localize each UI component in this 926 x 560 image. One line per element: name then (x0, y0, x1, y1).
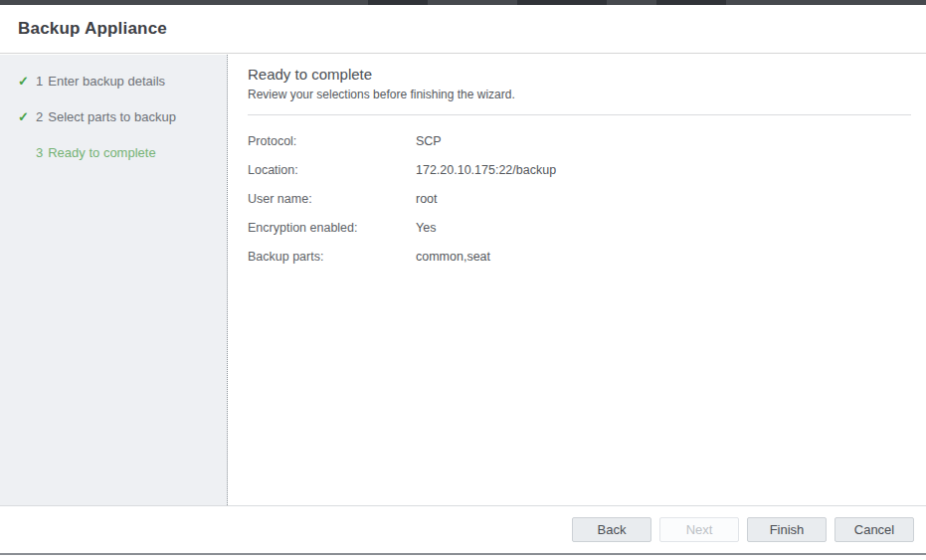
field-label: User name: (248, 192, 416, 206)
cancel-button[interactable]: Cancel (834, 517, 914, 542)
wizard-steps-sidebar: ✓ 1 Enter backup details ✓ 2 Select part… (0, 55, 228, 505)
finish-button[interactable]: Finish (747, 517, 827, 542)
summary-pane: Ready to complete Review your selections… (229, 55, 926, 505)
step-enter-backup-details[interactable]: ✓ 1 Enter backup details (0, 63, 227, 98)
back-button[interactable]: Back (572, 517, 651, 542)
step-label: Select parts to backup (48, 109, 176, 124)
summary-fields: Protocol: SCP Location: 172.20.10.175:22… (248, 126, 911, 271)
wizard-title: Backup Appliance (18, 19, 167, 39)
field-value: root (416, 192, 438, 206)
step-label: Enter backup details (48, 74, 165, 89)
window-bottom-edge (0, 553, 926, 555)
field-label: Protocol: (248, 134, 416, 148)
page-title: Ready to complete (248, 66, 911, 83)
summary-row-protocol: Protocol: SCP (248, 126, 911, 155)
field-value: 172.20.10.175:22/backup (416, 163, 556, 177)
wizard-footer: Back Next Finish Cancel (0, 505, 926, 553)
wizard-body: ✓ 1 Enter backup details ✓ 2 Select part… (0, 55, 926, 505)
check-icon: ✓ (18, 109, 36, 124)
summary-row-encryption-enabled: Encryption enabled: Yes (248, 213, 911, 242)
header-divider (248, 114, 911, 115)
wizard-titlebar: Backup Appliance (0, 5, 926, 54)
step-number: 2 (36, 109, 43, 124)
summary-row-location: Location: 172.20.10.175:22/backup (248, 155, 911, 184)
step-ready-to-complete[interactable]: 3 Ready to complete (0, 134, 227, 170)
field-value: SCP (416, 134, 442, 148)
summary-row-backup-parts: Backup parts: common,seat (248, 242, 911, 271)
summary-row-user-name: User name: root (248, 184, 911, 213)
field-value: common,seat (416, 250, 490, 264)
field-label: Location: (248, 163, 416, 177)
check-icon: ✓ (18, 74, 36, 89)
field-label: Backup parts: (248, 250, 416, 264)
next-button[interactable]: Next (659, 517, 739, 542)
step-number: 1 (36, 74, 43, 89)
field-label: Encryption enabled: (248, 221, 416, 235)
page-subtitle: Review your selections before finishing … (248, 88, 911, 101)
step-number: 3 (36, 145, 43, 160)
step-select-parts-to-backup[interactable]: ✓ 2 Select parts to backup (0, 98, 227, 134)
field-value: Yes (416, 221, 436, 235)
backup-appliance-wizard-window: Backup Appliance ✓ 1 Enter backup detail… (0, 0, 926, 560)
step-label: Ready to complete (48, 145, 155, 160)
